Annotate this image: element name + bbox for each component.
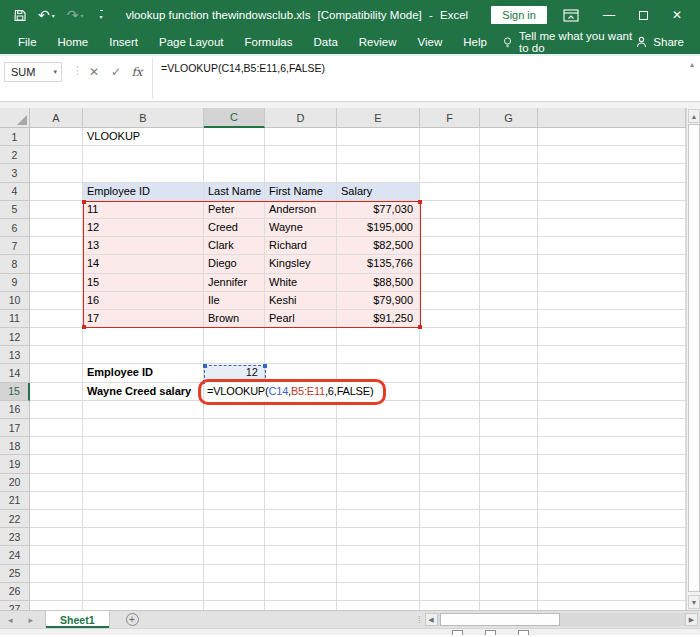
cell-D7[interactable]: Richard — [265, 237, 337, 255]
cell-G10[interactable] — [480, 292, 538, 310]
cell-E1[interactable] — [337, 128, 420, 146]
cell-D6[interactable]: Wayne — [265, 219, 337, 237]
vertical-scrollbar-thumb[interactable] — [688, 124, 700, 592]
row-header-4[interactable]: 4 — [0, 183, 30, 201]
cell-H6[interactable] — [538, 219, 686, 237]
cell-F25[interactable] — [420, 565, 480, 583]
row-header-9[interactable]: 9 — [0, 274, 30, 292]
row-header-13[interactable]: 13 — [0, 346, 30, 364]
cell-D1[interactable] — [265, 128, 337, 146]
cell-B23[interactable] — [83, 528, 204, 546]
formula-input-area[interactable]: =VLOOKUP(C14,B5:E11,6,FALSE) ▴ — [152, 58, 698, 99]
redo-button[interactable]: ↷ ▾ — [67, 8, 84, 22]
cell-A23[interactable] — [30, 528, 83, 546]
cell-A22[interactable] — [30, 510, 83, 528]
cell-A3[interactable] — [30, 164, 83, 182]
cell-B12[interactable] — [83, 328, 204, 346]
row-header-8[interactable]: 8 — [0, 255, 30, 273]
cell-G24[interactable] — [480, 546, 538, 564]
horizontal-scrollbar-track[interactable] — [438, 613, 685, 626]
cell-F19[interactable] — [420, 455, 480, 473]
cell-B11[interactable]: 17 — [83, 310, 204, 328]
cell-B19[interactable] — [83, 455, 204, 473]
cell-C26[interactable] — [204, 583, 265, 601]
row-header-3[interactable]: 3 — [0, 164, 30, 182]
cell-E26[interactable] — [337, 583, 420, 601]
row-header-25[interactable]: 25 — [0, 565, 30, 583]
cell-H13[interactable] — [538, 346, 686, 364]
cell-F21[interactable] — [420, 492, 480, 510]
cell-H22[interactable] — [538, 510, 686, 528]
cell-C1[interactable] — [204, 128, 265, 146]
cell-H24[interactable] — [538, 546, 686, 564]
cell-F12[interactable] — [420, 328, 480, 346]
cell-C7[interactable]: Clark — [204, 237, 265, 255]
cell-A8[interactable] — [30, 255, 83, 273]
cell-E10[interactable]: $79,900 — [337, 292, 420, 310]
cell-D5[interactable]: Anderson — [265, 201, 337, 219]
cell-A18[interactable] — [30, 437, 83, 455]
cell-A26[interactable] — [30, 583, 83, 601]
insert-function-button[interactable]: fx — [127, 62, 147, 82]
cell-C18[interactable] — [204, 437, 265, 455]
cell-B26[interactable] — [83, 583, 204, 601]
cell-D26[interactable] — [265, 583, 337, 601]
cell-C23[interactable] — [204, 528, 265, 546]
cell-C2[interactable] — [204, 146, 265, 164]
cell-B14[interactable]: Employee ID — [83, 364, 204, 382]
cell-C14[interactable]: 12 — [204, 364, 265, 382]
cell-D21[interactable] — [265, 492, 337, 510]
cell-D4[interactable]: First Name — [265, 183, 337, 201]
cell-B8[interactable]: 14 — [83, 255, 204, 273]
tab-home[interactable]: Home — [58, 36, 89, 48]
sheet-nav-left-button[interactable]: ◂ — [0, 615, 21, 625]
cell-D3[interactable] — [265, 164, 337, 182]
row-header-21[interactable]: 21 — [0, 492, 30, 510]
cell-H14[interactable] — [538, 364, 686, 382]
cell-B10[interactable]: 16 — [83, 292, 204, 310]
cell-G12[interactable] — [480, 328, 538, 346]
cell-B13[interactable] — [83, 346, 204, 364]
cell-H9[interactable] — [538, 274, 686, 292]
cell-B25[interactable] — [83, 565, 204, 583]
cell-F3[interactable] — [420, 164, 480, 182]
cell-D20[interactable] — [265, 474, 337, 492]
tab-view[interactable]: View — [418, 36, 443, 48]
scroll-down-button[interactable]: ▼ — [688, 595, 700, 609]
cell-A13[interactable] — [30, 346, 83, 364]
vertical-scrollbar[interactable]: ▲ ▼ — [686, 108, 700, 610]
enter-button[interactable]: ✓ — [106, 62, 126, 82]
cell-F4[interactable] — [420, 183, 480, 201]
cell-C8[interactable]: Diego — [204, 255, 265, 273]
row-header-16[interactable]: 16 — [0, 401, 30, 419]
cell-E16[interactable] — [337, 401, 420, 419]
cell-B16[interactable] — [83, 401, 204, 419]
page-break-preview-button[interactable] — [518, 630, 529, 635]
cell-G5[interactable] — [480, 201, 538, 219]
row-header-23[interactable]: 23 — [0, 528, 30, 546]
cell-D2[interactable] — [265, 146, 337, 164]
cell-D24[interactable] — [265, 546, 337, 564]
cell-E2[interactable] — [337, 146, 420, 164]
column-header-B[interactable]: B — [83, 108, 204, 128]
formula-bar-text[interactable]: =VLOOKUP(C14,B5:E11,6,FALSE) — [161, 62, 325, 74]
cell-B6[interactable]: 12 — [83, 219, 204, 237]
tab-help[interactable]: Help — [463, 36, 487, 48]
row-header-15[interactable]: 15 — [0, 383, 30, 401]
new-sheet-button[interactable]: + — [126, 613, 139, 626]
cell-E7[interactable]: $82,500 — [337, 237, 420, 255]
cell-D9[interactable]: White — [265, 274, 337, 292]
cell-E4[interactable]: Salary — [337, 183, 420, 201]
cell-H3[interactable] — [538, 164, 686, 182]
cell-C3[interactable] — [204, 164, 265, 182]
cell-H5[interactable] — [538, 201, 686, 219]
cell-F20[interactable] — [420, 474, 480, 492]
cell-E23[interactable] — [337, 528, 420, 546]
tab-review[interactable]: Review — [359, 36, 397, 48]
cell-B15[interactable]: Wayne Creed salary — [83, 383, 204, 401]
cell-E27[interactable] — [337, 601, 420, 610]
cell-C27[interactable] — [204, 601, 265, 610]
tab-insert[interactable]: Insert — [109, 36, 138, 48]
cell-A6[interactable] — [30, 219, 83, 237]
cell-D11[interactable]: Pearl — [265, 310, 337, 328]
